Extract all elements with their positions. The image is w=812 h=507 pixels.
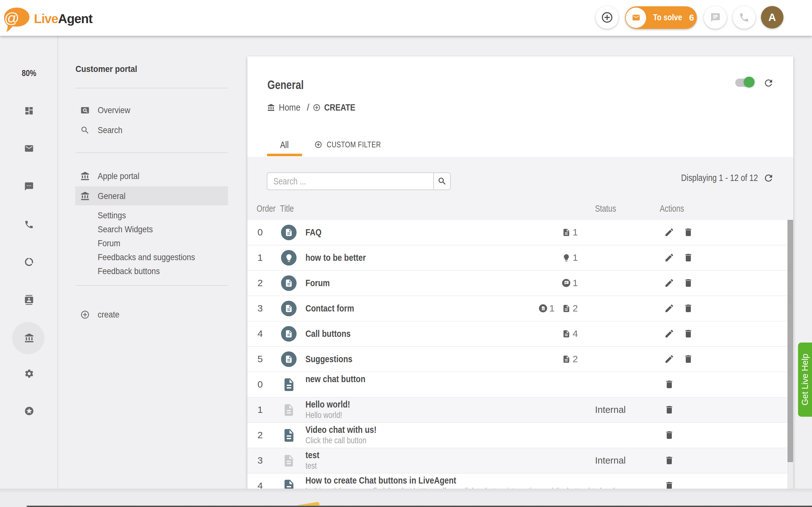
svg-text:@: @ [4,9,19,26]
